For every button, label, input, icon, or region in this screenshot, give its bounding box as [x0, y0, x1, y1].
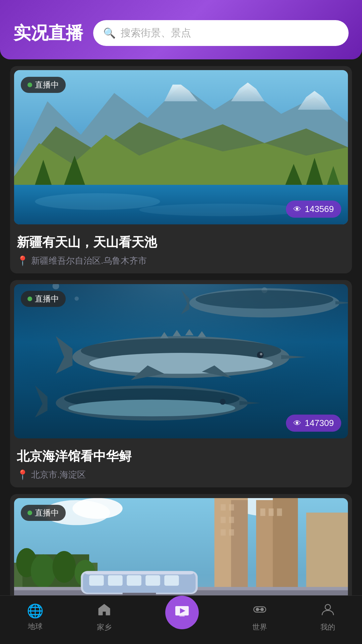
location-pin-1: 📍	[17, 255, 28, 266]
nav-label-home: 家乡	[97, 622, 112, 632]
svg-rect-82	[85, 571, 194, 575]
view-count-1: 👁 143569	[286, 201, 341, 218]
eye-icon-2: 👁	[293, 419, 301, 428]
view-count-2: 👁 147309	[286, 415, 341, 432]
view-number-1: 143569	[305, 204, 334, 214]
nav-item-me[interactable]: 我的	[320, 602, 335, 632]
card-info-1: 新疆有天山，天山看天池 📍 新疆维吾尔自治区.乌鲁木齐市	[10, 228, 352, 273]
earth-icon: 🌐	[27, 603, 44, 619]
search-bar[interactable]: 🔍 搜索街景、景点	[93, 20, 349, 46]
svg-rect-53	[229, 504, 234, 511]
card-info-2: 北京海洋馆看中华鲟 📍 北京市.海淀区	[10, 442, 352, 487]
svg-point-98	[325, 604, 330, 610]
live-badge-3: 直播中	[21, 505, 66, 521]
location-text-1: 新疆维吾尔自治区.乌鲁木齐市	[31, 255, 147, 267]
svg-rect-54	[221, 517, 226, 523]
svg-rect-79	[127, 575, 141, 586]
svg-point-31	[260, 353, 262, 355]
svg-point-48	[72, 498, 122, 519]
app-title: 实况直播	[13, 21, 83, 45]
live-dot-2	[27, 297, 32, 301]
header: 实况直播 🔍 搜索街景、景点	[0, 0, 362, 59]
svg-point-23	[89, 353, 273, 374]
nav-label-me: 我的	[320, 622, 335, 632]
home-icon	[97, 602, 111, 620]
card-fish[interactable]: 直播中 👁 147309 北京海洋馆看中华鲟 📍 北京市.海淀区	[10, 280, 352, 487]
svg-rect-77	[89, 575, 104, 586]
user-icon	[321, 602, 335, 620]
svg-rect-52	[221, 504, 226, 511]
live-label-3: 直播中	[35, 507, 59, 518]
svg-rect-56	[221, 529, 226, 536]
svg-rect-63	[277, 508, 282, 516]
card-mountains[interactable]: 直播中 👁 143569 新疆有天山，天山看天池 📍 新疆维吾尔自治区.乌鲁木齐…	[10, 66, 352, 273]
eye-icon-1: 👁	[293, 205, 301, 214]
nav-item-home[interactable]: 家乡	[97, 602, 112, 632]
search-input[interactable]: 搜索街景、景点	[121, 26, 191, 40]
card-location-1: 📍 新疆维吾尔自治区.乌鲁木齐市	[17, 255, 345, 267]
card-image-wrapper-2: 直播中 👁 147309	[14, 284, 348, 438]
svg-rect-57	[229, 529, 234, 536]
live-dot-1	[27, 83, 32, 87]
svg-rect-78	[108, 575, 123, 586]
svg-point-41	[196, 290, 334, 309]
vr-icon	[253, 602, 267, 620]
card-location-2: 📍 北京市.海淀区	[17, 469, 345, 481]
nav-label-world: 世界	[252, 622, 267, 632]
svg-rect-81	[164, 575, 179, 586]
nav-label-earth: 地球	[28, 622, 43, 632]
svg-point-36	[68, 400, 235, 417]
svg-point-9	[139, 204, 306, 216]
live-badge-2: 直播中	[21, 291, 66, 307]
live-center-button[interactable]	[165, 596, 199, 629]
card-image-wrapper: 直播中 👁 143569	[14, 70, 348, 224]
view-number-2: 147309	[305, 418, 334, 428]
header-top: 实况直播 🔍 搜索街景、景点	[13, 20, 349, 46]
svg-point-8	[35, 193, 160, 210]
bottom-navigation: 🌐 地球 家乡	[0, 595, 362, 644]
svg-point-95	[256, 608, 259, 611]
live-badge-1: 直播中	[21, 77, 66, 93]
tv-icon	[174, 603, 190, 622]
location-pin-2: 📍	[17, 469, 28, 480]
svg-rect-62	[268, 508, 274, 516]
svg-point-68	[53, 551, 76, 583]
svg-rect-80	[145, 575, 160, 586]
svg-rect-93	[179, 615, 185, 616]
card-title-2: 北京海洋馆看中华鲟	[17, 448, 345, 465]
live-dot-3	[27, 511, 32, 515]
nav-item-earth[interactable]: 🌐 地球	[27, 603, 44, 632]
location-text-2: 北京市.海淀区	[31, 469, 86, 481]
svg-point-96	[260, 608, 264, 611]
svg-rect-55	[229, 517, 234, 523]
svg-point-67	[31, 554, 56, 588]
live-label-2: 直播中	[35, 293, 59, 304]
svg-point-39	[220, 399, 226, 405]
svg-rect-61	[260, 508, 265, 516]
search-icon: 🔍	[103, 27, 116, 39]
nav-item-live[interactable]	[165, 606, 199, 629]
live-label-1: 直播中	[35, 79, 59, 90]
card-title-1: 新疆有天山，天山看天池	[17, 234, 345, 251]
content-area: 直播中 👁 143569 新疆有天山，天山看天池 📍 新疆维吾尔自治区.乌鲁木齐…	[0, 59, 362, 644]
nav-item-world[interactable]: 世界	[252, 602, 267, 632]
svg-point-18	[75, 297, 79, 301]
